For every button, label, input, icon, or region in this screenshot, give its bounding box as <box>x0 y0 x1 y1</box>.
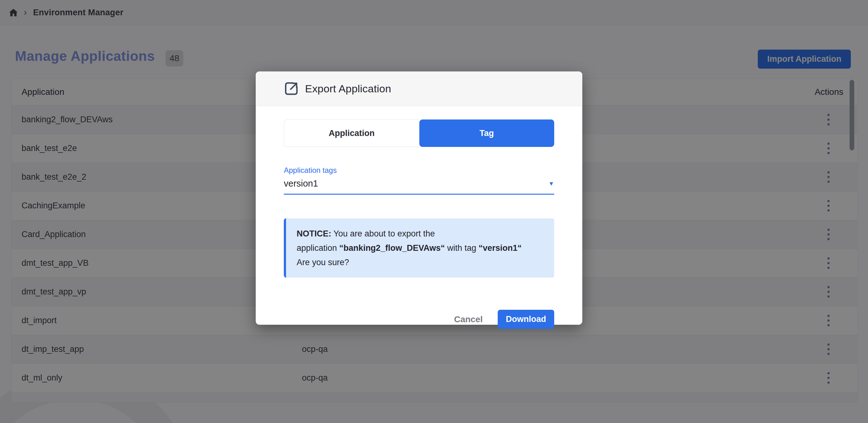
modal-header: Export Application <box>256 71 582 106</box>
notice-line: NOTICE: You are about to export the <box>297 226 544 241</box>
application-tags-select[interactable]: Application tags version1 ▼ <box>284 166 554 195</box>
notice-box: NOTICE: You are about to export the appl… <box>284 218 554 278</box>
notice-text-segment: “version1“ <box>479 243 522 253</box>
export-icon <box>283 80 300 97</box>
application-tags-label: Application tags <box>284 166 554 175</box>
tab-application[interactable]: Application <box>284 120 419 147</box>
notice-text-segment: with tag <box>445 243 479 253</box>
notice-line: application “banking2_flow_DEVAws“ with … <box>297 241 544 255</box>
export-application-modal: Export Application Application Tag Appli… <box>256 71 582 325</box>
modal-title: Export Application <box>305 83 391 95</box>
export-mode-tabs: Application Tag <box>284 120 554 147</box>
tab-tag[interactable]: Tag <box>419 120 555 147</box>
modal-body: Application Tag Application tags version… <box>256 120 582 338</box>
notice-text-segment: NOTICE: <box>297 229 331 238</box>
notice-text-segment: Are you sure? <box>297 258 349 267</box>
download-button[interactable]: Download <box>498 310 554 329</box>
notice-text-segment: You are about to export the <box>331 229 435 238</box>
notice-text-segment: application <box>297 243 339 253</box>
notice-line: Are you sure? <box>297 255 544 269</box>
dropdown-caret-icon[interactable]: ▼ <box>548 180 554 187</box>
modal-footer: Cancel Download <box>454 310 554 329</box>
selected-tag-value: version1 <box>284 178 318 189</box>
cancel-button[interactable]: Cancel <box>454 315 483 324</box>
notice-text-segment: “banking2_flow_DEVAws“ <box>339 243 445 253</box>
